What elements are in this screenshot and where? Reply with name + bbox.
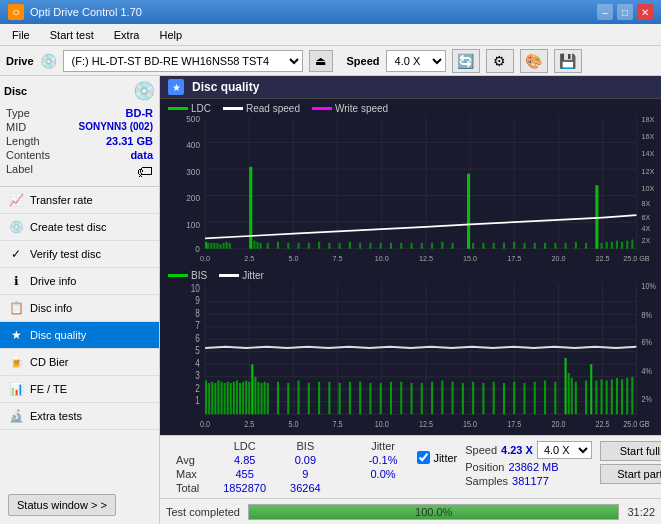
nav-transfer-rate[interactable]: 📈 Transfer rate: [0, 187, 159, 214]
svg-rect-169: [318, 382, 320, 415]
svg-rect-62: [328, 243, 330, 249]
speed-stat-select[interactable]: 4.0 X: [537, 441, 592, 459]
svg-text:12.5: 12.5: [419, 419, 433, 429]
svg-rect-201: [606, 381, 608, 415]
svg-rect-196: [575, 382, 577, 415]
svg-rect-50: [226, 242, 228, 249]
svg-text:12.5: 12.5: [419, 254, 433, 264]
svg-rect-173: [359, 382, 361, 415]
svg-rect-61: [318, 242, 320, 249]
svg-rect-91: [611, 242, 613, 249]
svg-rect-193: [565, 358, 567, 414]
minimize-button[interactable]: –: [597, 4, 613, 20]
svg-rect-49: [223, 243, 225, 249]
svg-rect-168: [308, 383, 310, 414]
stats-table: LDC BIS Jitter Avg 4.85 0.09 -0.1%: [164, 439, 409, 495]
verify-icon: ✓: [8, 246, 24, 262]
svg-rect-87: [585, 243, 587, 249]
svg-rect-51: [229, 243, 231, 249]
close-button[interactable]: ✕: [637, 4, 653, 20]
nav-extra-tests[interactable]: 🔬 Extra tests: [0, 403, 159, 430]
nav-create-test-disc[interactable]: 💿 Create test disc: [0, 214, 159, 241]
svg-rect-56: [267, 243, 269, 249]
svg-text:16X: 16X: [642, 132, 655, 142]
svg-rect-145: [208, 383, 210, 414]
svg-rect-175: [380, 383, 382, 414]
svg-text:15.0: 15.0: [463, 254, 477, 264]
drive-select[interactable]: (F:) HL-DT-ST BD-RE WH16NS58 TST4: [63, 50, 303, 72]
status-window-label: Status window > >: [17, 499, 107, 511]
svg-rect-174: [369, 383, 371, 414]
svg-rect-190: [534, 382, 536, 415]
nav-verify-test-disc[interactable]: ✓ Verify test disc: [0, 241, 159, 268]
app-title: Opti Drive Control 1.70: [30, 6, 142, 18]
settings-button[interactable]: ⚙: [486, 49, 514, 73]
sidebar: Disc 💿 Type BD-R MID SONYNN3 (002) Lengt…: [0, 76, 160, 524]
maximize-button[interactable]: □: [617, 4, 633, 20]
disc-row-length: Length 23.31 GB: [4, 134, 155, 148]
svg-rect-164: [267, 383, 269, 414]
svg-rect-84: [554, 243, 556, 249]
test-completed-label: Test completed: [166, 506, 240, 518]
eject-button[interactable]: ⏏: [309, 50, 333, 72]
svg-rect-197: [585, 381, 587, 415]
svg-rect-68: [390, 243, 392, 249]
svg-rect-78: [493, 243, 495, 249]
svg-text:17.5: 17.5: [507, 419, 521, 429]
svg-rect-67: [380, 243, 382, 249]
nav-cd-bier[interactable]: 🍺 CD Bier: [0, 349, 159, 376]
menu-help[interactable]: Help: [151, 27, 190, 43]
svg-text:20.0: 20.0: [551, 419, 565, 429]
menu-extra[interactable]: Extra: [106, 27, 148, 43]
svg-rect-63: [339, 243, 341, 249]
svg-text:2.5: 2.5: [244, 419, 254, 429]
svg-rect-70: [411, 243, 413, 249]
svg-text:400: 400: [186, 140, 200, 151]
svg-rect-153: [233, 382, 235, 415]
svg-text:8X: 8X: [642, 199, 651, 209]
color-button[interactable]: 🎨: [520, 49, 548, 73]
svg-rect-75: [467, 174, 470, 249]
start-full-button[interactable]: Start full: [600, 441, 661, 461]
menu-file[interactable]: File: [4, 27, 38, 43]
jitter-checkbox[interactable]: [417, 451, 430, 464]
svg-rect-200: [601, 379, 603, 414]
status-window-button[interactable]: Status window > >: [8, 494, 116, 516]
nav-fe-te[interactable]: 📊 FE / TE: [0, 376, 159, 403]
svg-text:2X: 2X: [642, 236, 651, 246]
menu-start-test[interactable]: Start test: [42, 27, 102, 43]
svg-rect-46: [213, 243, 215, 249]
svg-rect-199: [595, 381, 597, 415]
svg-rect-159: [251, 364, 253, 414]
svg-text:25.0 GB: 25.0 GB: [623, 419, 649, 429]
svg-rect-81: [523, 243, 525, 249]
svg-text:14X: 14X: [642, 149, 655, 159]
svg-rect-170: [328, 382, 330, 415]
svg-text:4%: 4%: [642, 367, 652, 377]
svg-rect-192: [554, 382, 556, 415]
svg-rect-83: [544, 243, 546, 249]
create-disc-icon: 💿: [8, 219, 24, 235]
svg-text:8%: 8%: [642, 310, 652, 320]
svg-text:10%: 10%: [642, 283, 656, 291]
nav-disc-info[interactable]: 📋 Disc info: [0, 295, 159, 322]
nav-drive-info[interactable]: ℹ Drive info: [0, 268, 159, 295]
start-part-button[interactable]: Start part: [600, 464, 661, 484]
svg-rect-54: [256, 242, 258, 249]
svg-text:7.5: 7.5: [333, 254, 343, 264]
svg-rect-151: [227, 382, 229, 415]
svg-text:7.5: 7.5: [333, 419, 343, 429]
svg-text:4X: 4X: [642, 224, 651, 234]
svg-rect-76: [472, 243, 474, 249]
chart2-svg: 10 9 8 7 6 5 4 3 2 1 10% 8% 6%: [164, 283, 657, 433]
speed-select[interactable]: 4.0 X 1.0 X 2.0 X 6.0 X 8.0 X: [386, 50, 446, 72]
nav-disc-quality[interactable]: ★ Disc quality: [0, 322, 159, 349]
refresh-button[interactable]: 🔄: [452, 49, 480, 73]
svg-text:18X: 18X: [642, 116, 655, 124]
svg-rect-195: [571, 378, 573, 414]
svg-rect-92: [616, 241, 618, 249]
disc-row-mid: MID SONYNN3 (002): [4, 120, 155, 134]
svg-rect-176: [390, 382, 392, 415]
save-button[interactable]: 💾: [554, 49, 582, 73]
drive-label: Drive: [6, 55, 34, 67]
